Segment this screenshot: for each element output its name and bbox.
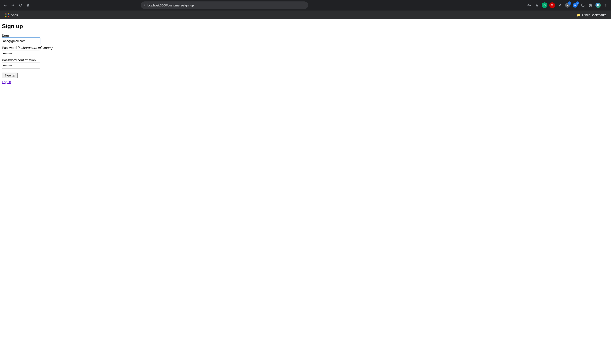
- email-form-group: Email: [2, 33, 609, 44]
- email-input[interactable]: [2, 38, 40, 44]
- browser-chrome: ℹ localhost:3000/customers/sign_up G S V…: [0, 0, 611, 11]
- extension-red-icon[interactable]: S: [549, 2, 556, 9]
- home-button[interactable]: [25, 2, 32, 9]
- password-form-group: Password (6 characters minimum): [2, 46, 609, 56]
- apps-grid-icon: [5, 13, 9, 17]
- password-label: Password (6 characters minimum): [2, 46, 609, 50]
- grammarly-avatar: G: [542, 2, 547, 8]
- apps-label: Apps: [11, 13, 18, 17]
- signup-button[interactable]: Sign up: [2, 73, 18, 78]
- login-link[interactable]: Log in: [2, 80, 609, 84]
- badge-count-1: 1: [576, 1, 579, 5]
- password-input[interactable]: [2, 50, 40, 56]
- page-content: Sign up Email Password (6 characters min…: [0, 19, 611, 364]
- extension-badge3-icon[interactable]: M 3: [564, 2, 571, 9]
- extension-circle-icon[interactable]: [579, 2, 586, 9]
- apps-button[interactable]: Apps: [3, 12, 20, 18]
- forward-button[interactable]: [10, 2, 16, 9]
- key-icon[interactable]: [526, 2, 533, 9]
- url-text: localhost:3000/customers/sign_up: [147, 4, 305, 7]
- toolbar-right: G S V M 3 N 1: [526, 2, 609, 9]
- page-title: Sign up: [2, 23, 609, 30]
- folder-icon: 📁: [577, 13, 581, 17]
- password-confirm-input[interactable]: [2, 63, 40, 69]
- back-button[interactable]: [2, 2, 9, 9]
- user-profile-icon[interactable]: U: [595, 2, 601, 9]
- password-confirm-form-group: Password confirmation: [2, 58, 609, 69]
- grammarly-icon[interactable]: G: [541, 2, 548, 9]
- extension-v-icon[interactable]: V: [557, 2, 563, 9]
- extension-badge1-icon[interactable]: N 1: [572, 2, 579, 9]
- password-confirm-label: Password confirmation: [2, 58, 609, 62]
- extensions-icon[interactable]: [587, 2, 594, 9]
- address-bar[interactable]: ℹ localhost:3000/customers/sign_up: [141, 1, 308, 9]
- extension-red-avatar: S: [549, 2, 555, 8]
- chrome-menu-button[interactable]: [602, 2, 609, 9]
- badge-count-3: 3: [568, 1, 571, 5]
- other-bookmarks-label: Other Bookmarks: [582, 13, 606, 17]
- star-icon[interactable]: [533, 2, 540, 9]
- info-icon: ℹ: [144, 4, 145, 7]
- email-label: Email: [2, 33, 609, 37]
- bookmarks-bar: Apps 📁 Other Bookmarks: [0, 11, 611, 19]
- other-bookmarks-button[interactable]: 📁 Other Bookmarks: [575, 12, 608, 18]
- reload-button[interactable]: [17, 2, 24, 9]
